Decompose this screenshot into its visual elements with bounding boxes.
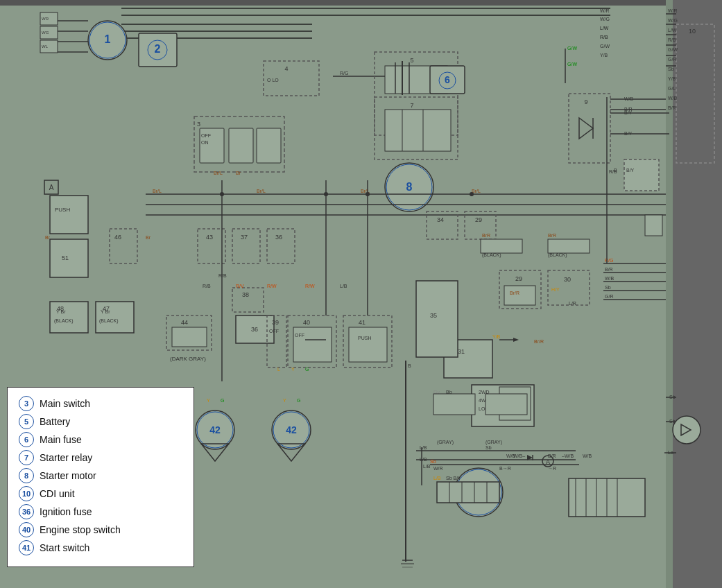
svg-text:8: 8 bbox=[406, 181, 413, 193]
svg-text:41: 41 bbox=[359, 319, 366, 326]
svg-text:48: 48 bbox=[57, 305, 64, 312]
svg-text:OFF: OFF bbox=[295, 333, 304, 338]
svg-rect-50 bbox=[385, 110, 451, 151]
legend-text-41: Start switch bbox=[40, 541, 89, 555]
svg-text:Sb B/Y: Sb B/Y bbox=[446, 476, 461, 481]
svg-rect-249 bbox=[645, 215, 662, 236]
svg-text:OFF: OFF bbox=[201, 133, 211, 138]
svg-text:5: 5 bbox=[410, 57, 413, 64]
svg-text:L/W: L/W bbox=[600, 26, 609, 31]
svg-text:Br/L: Br/L bbox=[257, 189, 266, 193]
svg-text:7: 7 bbox=[410, 102, 413, 109]
svg-text:Br: Br bbox=[146, 235, 151, 240]
svg-rect-30 bbox=[229, 128, 253, 163]
svg-text:WL: WL bbox=[42, 44, 49, 49]
svg-rect-230 bbox=[504, 286, 535, 305]
svg-text:R/W: R/W bbox=[305, 284, 315, 288]
svg-text:A: A bbox=[49, 184, 54, 191]
svg-text:B/R: B/R bbox=[668, 105, 676, 110]
svg-text:R/V: R/V bbox=[236, 284, 244, 288]
svg-text:L/B: L/B bbox=[340, 284, 347, 288]
svg-rect-133 bbox=[172, 327, 207, 347]
svg-text:G/W: G/W bbox=[668, 47, 678, 52]
svg-text:WG: WG bbox=[42, 31, 49, 35]
svg-text:31: 31 bbox=[458, 348, 465, 355]
svg-text:29: 29 bbox=[475, 216, 482, 223]
svg-text:ON: ON bbox=[201, 140, 209, 145]
svg-text:L/B: L/B bbox=[433, 476, 441, 481]
svg-rect-196 bbox=[437, 482, 499, 503]
svg-text:G/L: G/L bbox=[668, 86, 676, 91]
legend-item-6: 6 Main fuse bbox=[19, 432, 182, 447]
svg-text:43: 43 bbox=[206, 234, 213, 241]
svg-text:B/Y: B/Y bbox=[626, 168, 635, 173]
svg-text:G/R: G/R bbox=[668, 57, 676, 62]
svg-text:(BLACK): (BLACK) bbox=[99, 318, 119, 324]
svg-point-245 bbox=[366, 192, 370, 196]
legend-text-10: CDI unit bbox=[40, 487, 75, 501]
legend-text-5: Battery bbox=[40, 415, 70, 429]
svg-point-207 bbox=[673, 416, 700, 444]
svg-text:Y: Y bbox=[283, 398, 286, 403]
svg-text:Y/B: Y/B bbox=[600, 53, 608, 58]
svg-text:H/Y: H/Y bbox=[551, 287, 560, 292]
svg-text:OFF: OFF bbox=[269, 329, 279, 334]
svg-text:BrR: BrR bbox=[548, 233, 556, 238]
svg-text:→R: →R bbox=[548, 466, 556, 471]
svg-rect-31 bbox=[257, 128, 281, 163]
legend-text-8: Starter motor bbox=[40, 469, 96, 483]
legend-num-8: 8 bbox=[19, 468, 34, 483]
svg-text:B: B bbox=[408, 363, 411, 368]
svg-text:35: 35 bbox=[430, 312, 437, 319]
svg-text:L/R: L/R bbox=[569, 301, 576, 306]
svg-text:W/B: W/B bbox=[583, 453, 592, 458]
svg-point-246 bbox=[220, 192, 224, 196]
svg-text:(DARK GRAY): (DARK GRAY) bbox=[170, 356, 206, 362]
legend-item-3: 3 Main switch bbox=[19, 396, 182, 411]
svg-rect-123 bbox=[50, 302, 88, 333]
svg-text:38: 38 bbox=[242, 291, 249, 298]
svg-text:Br: Br bbox=[236, 171, 241, 175]
svg-text:–W/B: –W/B bbox=[562, 453, 574, 458]
svg-text:Sb: Sb bbox=[485, 445, 492, 450]
svg-text:37: 37 bbox=[241, 234, 248, 241]
svg-rect-236 bbox=[433, 394, 475, 415]
legend-num-6: 6 bbox=[19, 432, 34, 447]
svg-text:PUSH: PUSH bbox=[55, 207, 70, 213]
svg-text:B/R: B/R bbox=[605, 267, 613, 272]
svg-text:47: 47 bbox=[103, 305, 110, 312]
svg-text:36: 36 bbox=[251, 326, 258, 333]
legend-item-5: 5 Battery bbox=[19, 414, 182, 429]
svg-text:30: 30 bbox=[564, 276, 571, 283]
legend-num-10: 10 bbox=[19, 486, 34, 501]
svg-text:W/B–: W/B– bbox=[513, 453, 525, 458]
svg-text:L/B: L/B bbox=[420, 445, 427, 450]
svg-text:9: 9 bbox=[584, 98, 587, 105]
svg-text:4: 4 bbox=[284, 65, 288, 72]
legend-text-36: Ignition fuse bbox=[40, 505, 92, 519]
svg-text:WR: WR bbox=[42, 17, 49, 21]
legend-text-3: Main switch bbox=[40, 397, 90, 411]
svg-text:L/B: L/B bbox=[420, 457, 427, 462]
svg-rect-248 bbox=[624, 159, 659, 191]
svg-text:L: L bbox=[277, 367, 280, 372]
svg-text:42: 42 bbox=[286, 424, 297, 435]
svg-text:Sb: Sb bbox=[605, 285, 611, 290]
legend-num-7: 7 bbox=[19, 450, 34, 465]
main-container: 1 WR WG WL 2 3 OFF ON Br/L Br 4 O L bbox=[0, 0, 722, 588]
legend-item-7: 7 Starter relay bbox=[19, 450, 182, 465]
svg-text:Br/L: Br/L bbox=[214, 171, 223, 175]
svg-text:W/G: W/G bbox=[600, 17, 610, 21]
svg-text:G: G bbox=[305, 367, 309, 372]
svg-text:40: 40 bbox=[303, 319, 310, 326]
legend-item-40: 40 Engine stop switch bbox=[19, 522, 182, 537]
svg-text:(BLACK): (BLACK) bbox=[54, 318, 74, 324]
svg-text:Br/R: Br/R bbox=[534, 339, 544, 344]
svg-rect-104 bbox=[349, 327, 387, 362]
svg-text:36: 36 bbox=[275, 234, 282, 241]
svg-text:BrR: BrR bbox=[482, 233, 490, 238]
svg-text:W/B: W/B bbox=[605, 276, 614, 281]
legend-item-8: 8 Starter motor bbox=[19, 468, 182, 483]
svg-text:R/B: R/B bbox=[668, 37, 676, 42]
svg-text:L/B: L/B bbox=[423, 464, 431, 469]
